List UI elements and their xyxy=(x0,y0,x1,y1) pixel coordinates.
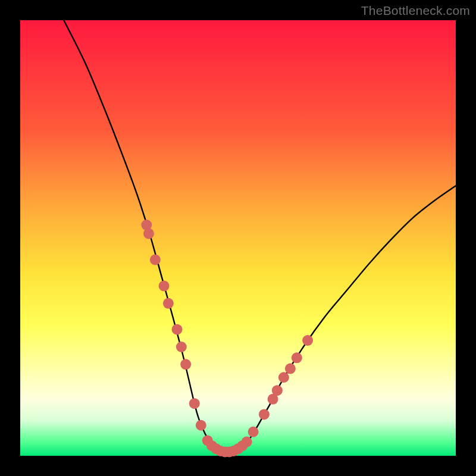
data-marker xyxy=(278,372,289,383)
data-marker xyxy=(302,335,313,346)
data-marker xyxy=(259,409,270,419)
data-marker xyxy=(163,298,174,309)
bottleneck-curve xyxy=(64,20,456,452)
data-markers xyxy=(141,220,313,457)
data-marker xyxy=(180,359,191,369)
data-marker xyxy=(143,228,154,239)
chart-svg xyxy=(20,20,456,456)
data-marker xyxy=(196,420,206,431)
data-marker xyxy=(150,255,161,265)
chart-frame: TheBottleneck.com xyxy=(0,0,476,476)
data-marker xyxy=(172,324,183,335)
watermark-text: TheBottleneck.com xyxy=(361,4,470,18)
data-marker xyxy=(176,342,187,352)
data-marker xyxy=(248,427,259,437)
data-marker xyxy=(242,437,252,447)
data-marker xyxy=(292,352,302,363)
data-marker xyxy=(189,398,200,409)
data-marker xyxy=(159,281,170,292)
plot-area xyxy=(20,20,456,456)
data-marker xyxy=(285,364,296,374)
data-marker xyxy=(272,385,283,396)
